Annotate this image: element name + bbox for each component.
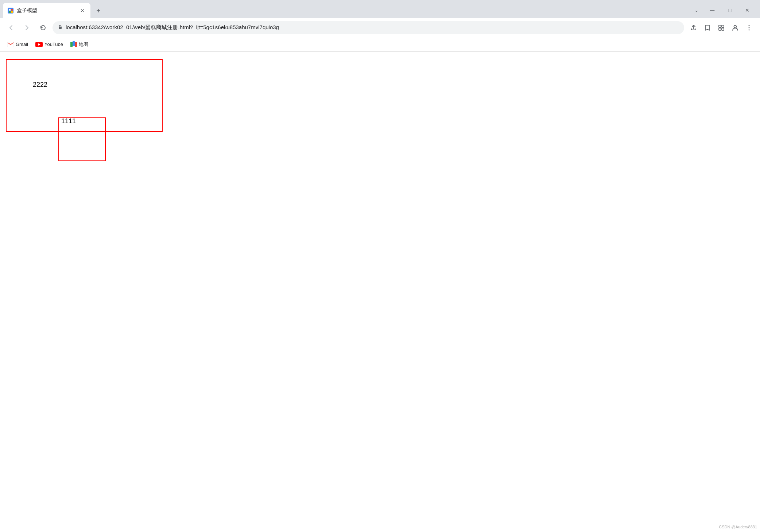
youtube-label: YouTube [44,42,63,47]
gmail-label: Gmail [16,42,28,47]
outer-box-text: 2222 [33,81,47,89]
svg-point-13 [749,29,750,30]
svg-rect-1 [9,9,11,11]
watermark: CSDN @Audery8831 [719,525,757,529]
svg-point-12 [749,27,750,28]
url-text: localhost:63342/work02_01/web/蛋糕商城注册.htm… [66,24,679,31]
back-button[interactable] [4,21,18,34]
tab-title: 盒子模型 [17,7,76,14]
tab-favicon [7,7,14,14]
svg-rect-8 [719,28,721,30]
svg-rect-17 [70,42,73,47]
svg-rect-4 [11,11,13,13]
svg-rect-9 [722,28,724,30]
bookmarks-bar: Gmail YouTube 地图 [0,37,760,52]
gmail-icon [7,42,14,47]
reload-button[interactable] [36,21,50,34]
bookmark-youtube[interactable]: YouTube [32,40,66,48]
forward-button[interactable] [20,21,34,34]
active-tab[interactable]: 盒子模型 ✕ [3,3,90,18]
youtube-icon [35,42,43,47]
page-content: 2222 1111 CSDN @Audery8831 [0,52,760,532]
svg-rect-19 [75,42,77,47]
bookmark-maps[interactable]: 地图 [67,40,91,49]
extensions-button[interactable] [715,21,728,34]
bookmark-gmail[interactable]: Gmail [4,40,31,48]
svg-rect-18 [73,41,75,46]
browser-frame: 盒子模型 ✕ + ⌄ ─ □ ✕ [0,0,760,532]
tab-bar: 盒子模型 ✕ + ⌄ ─ □ ✕ [0,0,760,18]
inner-box-text: 1111 [61,117,76,125]
window-minimize-button[interactable]: ─ [704,4,721,17]
svg-point-10 [734,25,737,28]
lock-icon [58,24,63,31]
share-button[interactable] [687,21,700,34]
maps-label: 地图 [79,41,88,48]
new-tab-button[interactable]: + [92,4,105,17]
svg-rect-7 [722,25,724,27]
profile-button[interactable] [729,21,742,34]
address-bar[interactable]: localhost:63342/work02_01/web/蛋糕商城注册.htm… [53,21,684,34]
toolbar-actions [687,21,756,34]
svg-rect-2 [11,9,13,11]
svg-point-11 [749,25,750,26]
maps-icon [70,41,77,48]
svg-rect-3 [9,11,11,13]
toolbar: localhost:63342/work02_01/web/蛋糕商城注册.htm… [0,18,760,37]
menu-button[interactable] [742,21,756,34]
svg-rect-5 [59,27,62,29]
bookmark-button[interactable] [701,21,714,34]
tab-close-button[interactable]: ✕ [79,7,86,14]
window-close-button[interactable]: ✕ [739,4,756,17]
window-chevron-button[interactable]: ⌄ [690,4,703,17]
svg-rect-6 [719,25,721,27]
window-maximize-button[interactable]: □ [721,4,738,17]
